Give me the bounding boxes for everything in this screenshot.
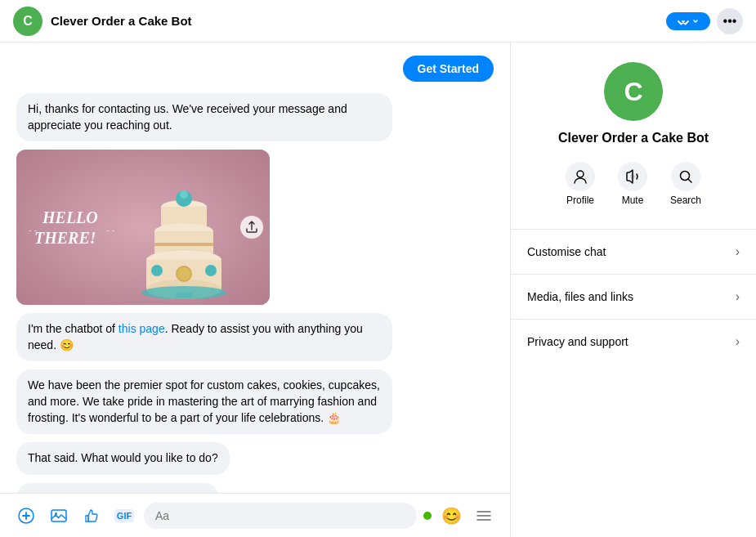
svg-point-20 [151,265,163,276]
panel-title: Clever Order a Cake Bot [558,131,709,145]
privacy-support-item[interactable]: Privacy and support › [511,323,756,360]
dropdown-icon [692,18,699,25]
profile-icon-container [566,162,595,191]
image-icon [51,508,67,523]
svg-point-21 [205,265,217,276]
page-link[interactable]: this page [119,322,165,335]
panel-divider [511,229,756,230]
chevron-right-icon: › [736,244,740,259]
like-button[interactable] [78,503,105,529]
customise-chat-item[interactable]: Customise chat › [511,233,756,271]
chevron-right-icon-3: › [736,334,740,349]
get-started-button[interactable]: Get Started [403,56,494,82]
add-button[interactable] [13,503,39,529]
like-icon [83,508,100,524]
top-bar-title: Clever Order a Cake Bot [51,14,658,28]
svg-rect-14 [154,243,213,246]
media-files-links-item[interactable]: Media, files and links › [511,278,756,315]
message-bubble: Hi, thanks for contacting us. We've rece… [16,93,392,141]
menu-icon [476,510,491,521]
share-icon[interactable] [240,216,263,239]
mute-icon [625,169,640,184]
svg-text:HELLO: HELLO [42,208,98,226]
check-button[interactable] [666,12,710,30]
emoji-button[interactable]: 😊 [438,503,464,529]
gif-label: GIF [114,509,134,522]
top-bar-actions: ••• [666,8,743,34]
mute-icon-container [618,162,647,191]
panel-avatar: C [604,62,663,121]
online-status-dot [423,512,432,520]
panel-action-profile[interactable]: Profile [566,162,595,206]
chevron-right-icon-2: › [736,289,740,304]
check-icon [678,17,689,25]
svg-rect-1 [16,150,270,305]
panel-divider-3 [511,319,756,320]
svg-rect-23 [176,293,192,298]
panel-action-mute[interactable]: Mute [618,162,647,206]
panel-actions: Profile Mute [566,162,701,206]
svg-point-28 [630,174,635,179]
message-bubble: I'm the chatbot of this page. Ready to a… [16,313,392,361]
plus-icon [18,508,34,524]
profile-icon [573,169,588,184]
right-panel: C Clever Order a Cake Bot Profile [511,43,756,537]
svg-text:- -: - - [106,225,115,235]
panel-divider-2 [511,274,756,275]
message-bubble: That said. What would you like to do? [16,442,230,475]
top-bar-avatar: C [13,7,42,36]
message-image-container: HELLO THERE! - - - - [16,150,270,305]
top-bar: C Clever Order a Cake Bot ••• [0,0,756,43]
chat-area: Get Started Hi, thanks for contacting us… [0,43,511,537]
svg-rect-25 [51,510,66,521]
main-layout: Get Started Hi, thanks for contacting us… [0,43,756,537]
search-icon [678,169,693,184]
message-image: HELLO THERE! - - - - [16,150,270,305]
message-input[interactable] [144,503,417,529]
svg-point-19 [177,267,190,280]
svg-text:- -: - - [29,225,38,235]
panel-action-search[interactable]: Search [670,162,701,206]
chat-input-bar: GIF 😊 [0,493,510,537]
message-bubble: Please pick from the options below: [16,483,219,493]
svg-point-10 [180,190,188,199]
gif-button[interactable]: GIF [111,503,137,529]
more-options-button[interactable] [471,503,497,529]
image-button[interactable] [46,503,72,529]
message-bubble: We have been the premier spot for custom… [16,369,392,434]
more-button[interactable]: ••• [717,8,743,34]
chat-messages[interactable]: Get Started Hi, thanks for contacting us… [0,43,510,493]
svg-text:THERE!: THERE! [34,229,96,247]
cake-svg: HELLO THERE! - - - - [16,150,270,305]
svg-point-27 [577,171,584,177]
search-icon-container [671,162,700,191]
